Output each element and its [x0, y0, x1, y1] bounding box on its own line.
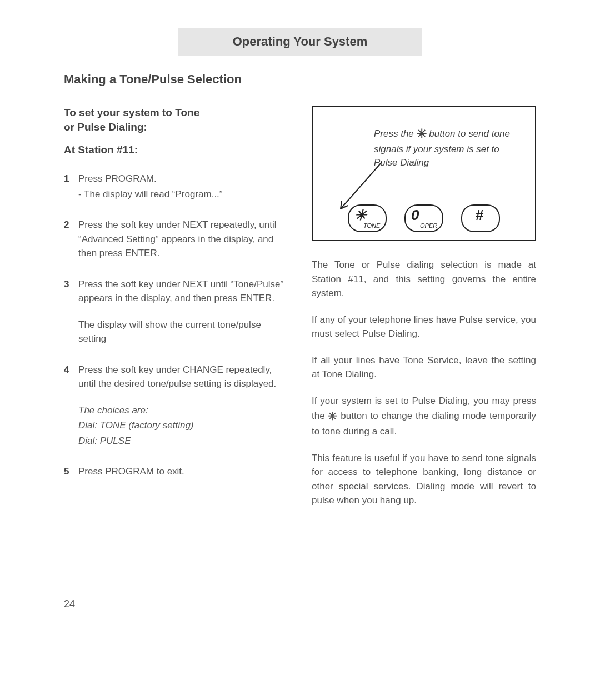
paragraph-4-post: button to change the dialing mode tempor…: [312, 411, 536, 437]
keypad-star-key-label: ✳: [354, 207, 367, 224]
star-icon: ✳: [328, 410, 337, 422]
subhead-line1: To set your system to Tone: [64, 107, 199, 118]
keypad-row: ✳ TONE 0 OPER #: [313, 204, 535, 232]
keypad-hash-key-label: #: [476, 207, 483, 224]
step-4: Press the soft key under CHANGE repeated…: [64, 363, 288, 448]
subhead-line2: or Pulse Dialing:: [64, 121, 147, 133]
diagram-caption-pre: Press the: [374, 128, 417, 139]
keypad-hash-key: #: [461, 204, 500, 232]
paragraph-2: If any of your telephone lines have Puls…: [312, 313, 536, 341]
step-5-text: Press PROGRAM to exit.: [78, 466, 184, 477]
diagram-caption: Press the ✳ button to send tone signals …: [374, 126, 518, 169]
step-1: Press PROGRAM. - The display will read “…: [64, 172, 288, 201]
keypad-star-key-sublabel: TONE: [363, 222, 380, 229]
page-header-band: Operating Your System: [178, 28, 422, 56]
step-2: Press the soft key under NEXT repeatedly…: [64, 218, 288, 261]
keypad-star-key: ✳ TONE: [348, 204, 387, 232]
section-title: Making a Tone/Pulse Selection: [64, 72, 536, 87]
paragraph-5: This feature is useful if you have to se…: [312, 451, 536, 508]
procedure-steps: Press PROGRAM. - The display will read “…: [64, 172, 288, 479]
step-4-choices-label: The choices are:: [78, 403, 288, 418]
keypad-zero-key-label: 0: [411, 207, 419, 224]
step-3-sub: The display will show the current tone/p…: [78, 318, 288, 346]
manual-page: Operating Your System Making a Tone/Puls…: [0, 0, 600, 700]
star-icon: ✳: [417, 127, 427, 141]
step-4-choice-pulse: Dial: PULSE: [78, 434, 288, 448]
step-3: Press the soft key under NEXT until “Ton…: [64, 277, 288, 346]
procedure-subhead: To set your system to Tone or Pulse Dial…: [64, 106, 288, 134]
step-2-text: Press the soft key under NEXT repeatedly…: [78, 219, 277, 258]
right-column: Press the ✳ button to send tone signals …: [312, 106, 536, 520]
svg-line-0: [341, 162, 382, 209]
page-number: 24: [64, 598, 75, 610]
paragraph-1: The Tone or Pulse dialing selection is m…: [312, 258, 536, 301]
paragraph-3: If all your lines have Tone Service, lea…: [312, 353, 536, 382]
step-4-choice-tone: Dial: TONE (factory setting): [78, 418, 288, 433]
step-3-text: Press the soft key under NEXT until “Ton…: [78, 279, 283, 304]
step-5: Press PROGRAM to exit.: [64, 464, 288, 479]
step-1-sub: - The display will read “Program...”: [78, 187, 288, 202]
keypad-zero-key: 0 OPER: [404, 204, 443, 232]
step-1-text: Press PROGRAM.: [78, 173, 157, 184]
paragraph-4: If your system is set to Pulse Dialing, …: [312, 394, 536, 439]
left-column: To set your system to Tone or Pulse Dial…: [64, 106, 288, 520]
two-column-layout: To set your system to Tone or Pulse Dial…: [64, 106, 536, 520]
station-label: At Station #11:: [64, 144, 288, 156]
step-4-text: Press the soft key under CHANGE repeated…: [78, 364, 276, 389]
keypad-zero-key-sublabel: OPER: [420, 222, 437, 229]
keypad-diagram: Press the ✳ button to send tone signals …: [312, 106, 536, 241]
